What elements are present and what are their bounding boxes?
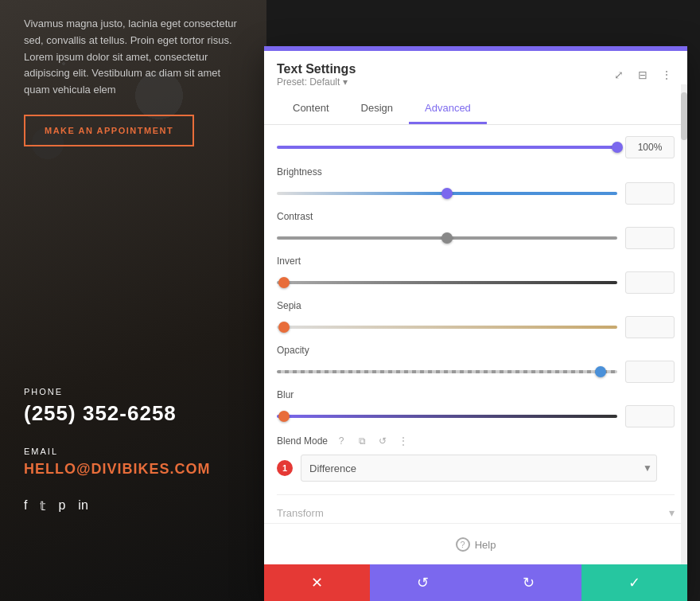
contrast-thumb[interactable] [441,232,453,244]
phone-label: PHONE [24,387,177,396]
partial-value-input[interactable] [625,136,675,158]
email-label: EMAIL [24,447,211,456]
blend-copy-icon[interactable]: ⧉ [355,434,369,448]
partial-thumb[interactable] [612,142,623,153]
sepia-input[interactable]: 0% [625,316,675,338]
linkedin-icon[interactable]: in [78,498,88,513]
tab-advanced[interactable]: Advanced [409,94,487,124]
help-link[interactable]: ? Help [456,537,496,552]
sepia-section: Sepia 0% [277,300,675,338]
brightness-container: 100% [277,182,675,205]
blend-mode-select[interactable]: Normal Multiply Screen Overlay Darken Li… [301,455,657,482]
partial-slider-row [277,136,675,158]
panel-title-group: Text Settings Preset: Default ▾ [277,62,356,88]
panel-body: Brightness 100% Contrast 100% Invert [264,125,687,523]
facebook-icon[interactable]: f [24,498,27,513]
help-icon: ? [456,537,470,552]
tab-content[interactable]: Content [277,94,345,124]
opacity-input[interactable]: 100% [625,361,675,383]
blend-help-icon[interactable]: ? [334,434,348,448]
contrast-container: 100% [277,227,675,249]
opacity-section: Opacity 100% [277,345,675,383]
blend-mode-label: Blend Mode [277,435,328,447]
twitter-icon[interactable]: 𝕥 [40,498,45,513]
scrollbar-thumb[interactable] [681,92,687,140]
scrollbar-track[interactable] [681,84,687,564]
invert-track[interactable] [277,281,617,284]
brightness-input[interactable]: 100% [625,182,675,205]
expand-icon[interactable]: ⤢ [611,67,627,83]
more-icon[interactable]: ⋮ [659,67,675,83]
blend-more-icon[interactable]: ⋮ [396,434,410,448]
reset-button[interactable]: ↺ [370,564,476,601]
invert-section: Invert 0% [277,256,675,294]
blur-container: 0px [277,405,675,427]
contrast-track[interactable] [277,236,617,240]
save-button[interactable]: ✓ [581,564,687,601]
panel-title-row: Text Settings Preset: Default ▾ ⤢ ⊟ ⋮ [277,62,675,88]
opacity-container: 100% [277,361,675,383]
social-icons: f 𝕥 p in [24,498,88,513]
panel-header-icons: ⤢ ⊟ ⋮ [611,67,675,83]
columns-icon[interactable]: ⊟ [635,67,651,83]
help-text: Help [475,539,496,551]
blend-mode-header: Blend Mode ? ⧉ ↺ ⋮ [277,434,675,448]
email-address: HELLO@DIVIBIKES.COM [24,461,211,478]
blur-input[interactable]: 0px [625,405,675,427]
opacity-track[interactable] [277,370,617,373]
email-section: EMAIL HELLO@DIVIBIKES.COM [24,447,211,478]
panel-title: Text Settings [277,62,356,76]
blend-mode-number: 1 [277,460,293,476]
tab-design[interactable]: Design [345,94,409,124]
invert-container: 0% [277,271,675,294]
transform-title: Transform [277,507,324,519]
opacity-label: Opacity [277,345,675,356]
invert-input[interactable]: 0% [625,271,675,294]
contrast-section: Contrast 100% [277,211,675,249]
transform-header[interactable]: Transform ▾ [277,506,675,519]
contrast-input[interactable]: 100% [625,227,675,249]
sepia-label: Sepia [277,300,675,311]
blend-select-row: 1 Normal Multiply Screen Overlay Darken … [277,455,675,482]
opacity-thumb[interactable] [595,366,606,377]
invert-thumb[interactable] [278,277,290,288]
blur-thumb[interactable] [278,411,290,422]
top-partial-slider [277,136,675,158]
blur-section: Blur 0px [277,389,675,427]
sepia-container: 0% [277,316,675,338]
panel-preset[interactable]: Preset: Default ▾ [277,76,356,88]
partial-track[interactable] [277,146,617,149]
invert-label: Invert [277,256,675,267]
transform-chevron: ▾ [669,506,675,519]
sepia-track[interactable] [277,326,617,329]
redo-button[interactable]: ↻ [476,564,581,601]
blur-label: Blur [277,389,675,400]
brightness-section: Brightness 100% [277,166,675,205]
blur-track[interactable] [277,415,617,418]
sepia-thumb[interactable] [278,322,290,333]
brightness-thumb[interactable] [441,188,453,199]
brightness-label: Brightness [277,166,675,178]
pinterest-icon[interactable]: p [58,498,65,513]
brightness-track[interactable] [277,192,617,195]
help-section: ? Help [264,523,687,564]
panel-header: Text Settings Preset: Default ▾ ⤢ ⊟ ⋮ Co… [264,51,687,125]
appointment-button[interactable]: MAKE AN APPOINTMENT [24,115,194,146]
transform-section: Transform ▾ [277,494,675,523]
panel-bottom-bar: ✕ ↺ ↻ ✓ [264,564,687,601]
contrast-label: Contrast [277,211,675,222]
phone-section: PHONE (255) 352-6258 [24,387,177,426]
page-body-text: Vivamus magna justo, lacinia eget consec… [24,16,243,99]
settings-panel: Text Settings Preset: Default ▾ ⤢ ⊟ ⋮ Co… [264,46,687,601]
blend-reset-icon[interactable]: ↺ [375,434,390,448]
cancel-button[interactable]: ✕ [264,564,370,601]
blend-mode-section: Blend Mode ? ⧉ ↺ ⋮ 1 Normal Multiply Scr… [277,434,675,482]
panel-tabs: Content Design Advanced [277,94,675,124]
phone-number: (255) 352-6258 [24,401,177,426]
